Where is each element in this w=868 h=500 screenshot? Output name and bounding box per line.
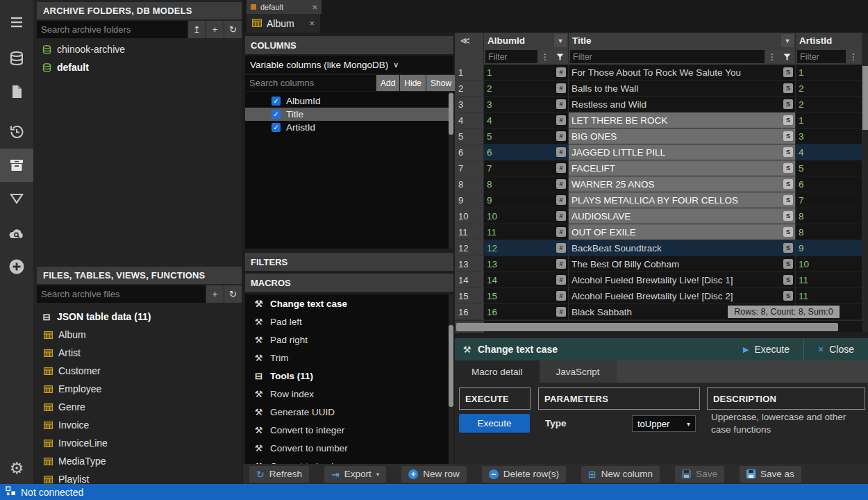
- cell-title[interactable]: For Those About To Rock We Salute You S: [569, 65, 796, 81]
- kebab-menu-icon[interactable]: ⋮: [538, 50, 552, 63]
- cell-albumid[interactable]: 5 #: [484, 128, 569, 144]
- filters-section-header[interactable]: FILTERS: [245, 253, 453, 271]
- cell-title[interactable]: OUT OF EXILE S: [569, 224, 796, 240]
- add-folder-icon[interactable]: +: [206, 21, 224, 38]
- menu-icon[interactable]: [0, 7, 33, 38]
- row-number-cell[interactable]: 15: [455, 288, 484, 304]
- macro-detail-tab[interactable]: Macro detail: [455, 360, 540, 383]
- type-select-dropdown[interactable]: toUpper ▾: [632, 415, 696, 432]
- collapse-left-icon[interactable]: ≪: [455, 35, 469, 46]
- checkbox-checked[interactable]: ✓: [272, 110, 281, 119]
- cell-artistid[interactable]: 2: [796, 97, 862, 112]
- cell-artistid[interactable]: 8: [796, 224, 862, 240]
- table-group-json-data[interactable]: ⊟ JSON table data (11): [33, 308, 242, 326]
- column-header-albumid[interactable]: AlbumId ▾: [484, 33, 569, 49]
- row-number-cell[interactable]: 16: [455, 304, 484, 320]
- macro-list-item[interactable]: ⚒ Row index: [245, 385, 453, 403]
- save-as-button[interactable]: Save as: [740, 466, 801, 483]
- archive-folder-item[interactable]: chinook-archive: [33, 40, 242, 58]
- filter-input-title[interactable]: [570, 50, 765, 63]
- collapse-group-icon[interactable]: ⊟: [42, 312, 51, 322]
- horizontal-scrollbar-thumb[interactable]: [456, 323, 838, 331]
- row-number-cell[interactable]: 2: [455, 81, 484, 97]
- filter-triangle-icon[interactable]: [0, 183, 33, 214]
- hide-column-button[interactable]: Hide: [400, 75, 426, 91]
- row-number-cell[interactable]: 3: [455, 97, 484, 112]
- kebab-menu-icon[interactable]: ⋮: [765, 50, 779, 63]
- file-icon[interactable]: [0, 76, 33, 107]
- macro-list-item[interactable]: ⚒ Pad right: [245, 331, 453, 349]
- macro-list-item[interactable]: ⚒ Trim: [245, 349, 453, 367]
- columns-section-header[interactable]: COLUMNS: [245, 36, 453, 54]
- column-mode-selector[interactable]: Variable columns (like MongoDB) ∨: [245, 56, 453, 74]
- filter-input-artistid[interactable]: [797, 50, 846, 63]
- row-number-cell[interactable]: 5: [455, 128, 484, 144]
- cell-title[interactable]: LET THERE BE ROCK S: [569, 112, 796, 128]
- vertical-scrollbar-thumb[interactable]: [862, 66, 868, 130]
- funnel-filter-icon[interactable]: [780, 50, 794, 63]
- table-list-item[interactable]: Employee: [33, 380, 242, 398]
- cell-albumid[interactable]: 9 #: [484, 192, 569, 208]
- search-archive-folders-input[interactable]: [37, 21, 187, 38]
- cell-albumid[interactable]: 10 #: [484, 208, 569, 224]
- row-number-cell[interactable]: 14: [455, 272, 484, 288]
- macro-list-item[interactable]: ⚒ Convert to integer: [245, 421, 453, 439]
- cell-albumid[interactable]: 8 #: [484, 176, 569, 192]
- macro-detail-tab[interactable]: JavaScript: [540, 360, 617, 383]
- macro-list-item[interactable]: ⚒ Change text case: [245, 294, 453, 312]
- row-number-cell[interactable]: 10: [455, 208, 484, 224]
- macro-list-item[interactable]: ⚒ Pad left: [245, 312, 453, 331]
- macro-list-item[interactable]: ⚒ Convert to boolean: [245, 457, 453, 464]
- settings-gear-icon[interactable]: ⚙: [0, 453, 33, 483]
- macro-list-item[interactable]: ⊟ Tools (11): [245, 367, 453, 385]
- chevron-down-icon[interactable]: ▾: [554, 34, 567, 47]
- row-number-cell[interactable]: 4: [455, 112, 484, 128]
- cell-artistid[interactable]: 11: [796, 272, 862, 288]
- chevron-down-icon[interactable]: ▾: [781, 34, 794, 47]
- columns-scrollbar-thumb[interactable]: [449, 93, 453, 135]
- cell-albumid[interactable]: 15 #: [484, 288, 569, 304]
- refresh-folders-icon[interactable]: ↻: [224, 21, 242, 38]
- cell-title[interactable]: JAGGED LITTLE PILL S: [569, 144, 796, 160]
- cell-albumid[interactable]: 3 #: [484, 97, 569, 112]
- cell-albumid[interactable]: 14 #: [484, 272, 569, 288]
- cell-artistid[interactable]: 2: [796, 81, 862, 97]
- table-list-item[interactable]: Genre: [33, 398, 242, 416]
- cell-artistid[interactable]: 7: [796, 192, 862, 208]
- cell-albumid[interactable]: 11 #: [484, 224, 569, 240]
- checkbox-checked[interactable]: ✓: [272, 123, 281, 132]
- add-file-icon[interactable]: +: [206, 285, 224, 303]
- row-number-cell[interactable]: 9: [455, 192, 484, 208]
- row-number-cell[interactable]: 11: [455, 224, 484, 240]
- cell-title[interactable]: BackBeat Soundtrack S: [569, 240, 796, 256]
- cell-artistid[interactable]: 1: [796, 112, 862, 128]
- show-column-button[interactable]: Show: [426, 75, 456, 91]
- cloud-search-icon[interactable]: [0, 219, 33, 249]
- cell-albumid[interactable]: 12 #: [484, 240, 569, 256]
- table-list-item[interactable]: Artist: [33, 344, 242, 362]
- new-row-button[interactable]: + New row: [401, 466, 467, 483]
- cell-artistid[interactable]: 8: [796, 208, 862, 224]
- cell-title[interactable]: BIG ONES S: [569, 128, 796, 144]
- history-icon[interactable]: [0, 117, 33, 147]
- refresh-files-icon[interactable]: ↻: [224, 285, 242, 303]
- database-icon[interactable]: [0, 43, 33, 74]
- checkbox-checked[interactable]: ✓: [272, 97, 281, 106]
- table-list-item[interactable]: MediaType: [33, 452, 242, 470]
- macro-list-item[interactable]: ⚒ Convert to number: [245, 439, 453, 457]
- row-number-cell[interactable]: 8: [455, 176, 484, 192]
- kebab-menu-icon[interactable]: ⋮: [846, 50, 860, 63]
- archive-folder-item[interactable]: default: [33, 58, 242, 76]
- cell-title[interactable]: AUDIOSLAVE S: [569, 208, 796, 224]
- add-circle-icon[interactable]: [0, 251, 33, 282]
- cell-artistid[interactable]: 10: [796, 256, 862, 272]
- cell-title[interactable]: PLAYS METALLICA BY FOUR CELLOS S: [569, 192, 796, 208]
- column-header-artistid[interactable]: ArtistId: [796, 33, 862, 49]
- save-button[interactable]: Save: [675, 466, 724, 483]
- cell-artistid[interactable]: 3: [796, 128, 862, 144]
- search-archive-files-input[interactable]: [37, 285, 206, 303]
- cell-albumid[interactable]: 7 #: [484, 160, 569, 176]
- table-list-item[interactable]: Invoice: [33, 416, 242, 434]
- new-column-button[interactable]: ⊞ New column: [581, 466, 660, 483]
- cell-albumid[interactable]: 6 #: [484, 144, 569, 160]
